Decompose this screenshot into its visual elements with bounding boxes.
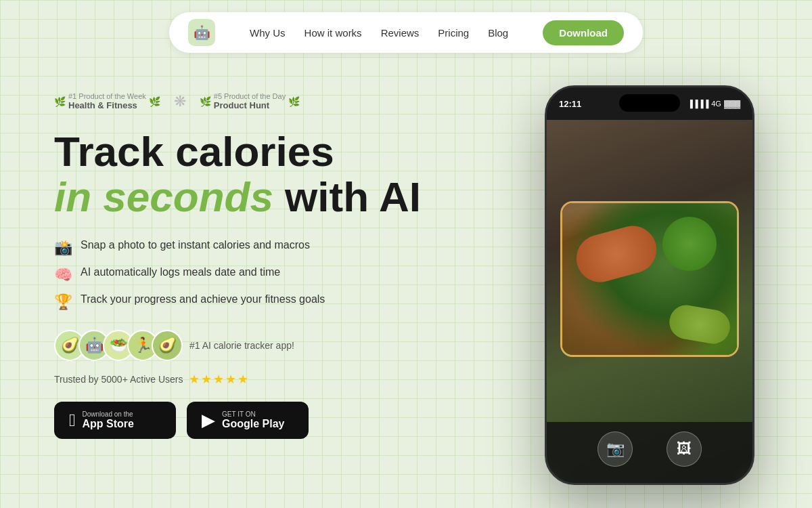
app-store-main: App Store xyxy=(83,418,134,430)
food-meat xyxy=(571,221,662,288)
feature-3: 🏆 Track your progress and achieve your f… xyxy=(54,293,501,311)
badge-separator: ❋ xyxy=(174,93,186,110)
badge-1-text: #1 Product of the Week Health & Fitness xyxy=(68,92,146,110)
nav-link-reviews[interactable]: Reviews xyxy=(381,27,420,39)
feature-1: 📸 Snap a photo to get instant calories a… xyxy=(54,239,501,257)
navbar: 🤖 Why Us How it works Reviews Pricing Bl… xyxy=(0,0,812,65)
badge-1: 🌿 #1 Product of the Week Health & Fitnes… xyxy=(54,92,160,110)
social-badge-text: #1 AI calorie tracker app! xyxy=(189,340,294,351)
feature-2-emoji: 🧠 xyxy=(54,266,72,284)
phone-mockup: 12:11 ▐▐▐▐ 4G ▓▓▓ xyxy=(545,85,754,485)
food-greens xyxy=(667,303,732,347)
phone-section: 12:11 ▐▐▐▐ 4G ▓▓▓ xyxy=(541,85,758,485)
app-store-button[interactable]:  Download on the App Store xyxy=(54,402,176,439)
logo-icon: 🤖 xyxy=(194,24,210,41)
social-proof: 🥑 🤖 🥗 🏃 🥑 #1 AI calorie tracker app! xyxy=(54,330,501,361)
phone-status-bar: 12:11 ▐▐▐▐ 4G ▓▓▓ xyxy=(547,87,752,120)
google-play-sub: GET IT ON xyxy=(222,410,284,418)
phone-scan-frame xyxy=(560,201,739,357)
avatar-5: 🥑 xyxy=(152,330,183,361)
hero-title-rest: with AI xyxy=(273,173,421,220)
google-play-main: Google Play xyxy=(222,418,284,430)
badge-1-name: Health & Fitness xyxy=(68,100,146,110)
features-list: 📸 Snap a photo to get instant calories a… xyxy=(54,239,501,311)
badge-2-text: #5 Product of the Day Product Hunt xyxy=(214,92,286,110)
nav-link-how-it-works[interactable]: How it works xyxy=(304,27,362,39)
badge-2: 🌿 #5 Product of the Day Product Hunt 🌿 xyxy=(200,92,300,110)
camera-icon: 📷 xyxy=(606,440,625,458)
feature-1-emoji: 📸 xyxy=(54,239,72,257)
phone-food-image xyxy=(562,203,737,355)
badge-1-rank: #1 Product of the Week xyxy=(68,92,146,100)
phone-screen: 12:11 ▐▐▐▐ 4G ▓▓▓ xyxy=(547,87,752,483)
signal-icon: ▐▐▐▐ xyxy=(687,100,708,108)
camera-button[interactable]: 📷 xyxy=(597,431,633,467)
store-buttons:  Download on the App Store ▶ GET IT ON … xyxy=(54,402,501,439)
feature-2-text: AI automatically logs meals date and tim… xyxy=(81,266,280,278)
feature-1-text: Snap a photo to get instant calories and… xyxy=(81,239,310,251)
logo: 🤖 xyxy=(188,19,215,46)
gallery-button[interactable]: 🖼 xyxy=(667,431,702,467)
download-button[interactable]: Download xyxy=(543,20,624,45)
trusted-text: Trusted by 5000+ Active Users xyxy=(54,374,183,385)
google-play-text: GET IT ON Google Play xyxy=(222,410,284,430)
battery-icon: ▓▓▓ xyxy=(724,100,740,108)
badge-2-rank: #5 Product of the Day xyxy=(214,92,286,100)
feature-3-emoji: 🏆 xyxy=(54,293,72,311)
app-store-text: Download on the App Store xyxy=(83,410,134,430)
google-play-button[interactable]: ▶ GET IT ON Google Play xyxy=(187,402,309,439)
laurel-right-icon: 🌿 xyxy=(149,96,160,107)
app-store-sub: Download on the xyxy=(83,410,134,418)
phone-bottom-bar: 📷 🖼 xyxy=(547,422,752,483)
laurel-left-2-icon: 🌿 xyxy=(200,96,211,107)
star-rating: ★★★★★ xyxy=(189,372,250,387)
apple-icon:  xyxy=(69,410,76,431)
nav-link-why-us[interactable]: Why Us xyxy=(250,27,286,39)
award-badges: 🌿 #1 Product of the Week Health & Fitnes… xyxy=(54,92,501,110)
hero-title-line1: Track calories xyxy=(54,128,334,175)
nav-links: Why Us How it works Reviews Pricing Blog xyxy=(240,27,518,39)
laurel-right-2-icon: 🌿 xyxy=(288,96,300,107)
hero-title: Track calories in seconds with AI xyxy=(54,129,501,220)
hero-title-green: in seconds xyxy=(54,173,273,220)
play-icon: ▶ xyxy=(202,410,215,431)
network-label: 4G xyxy=(711,100,721,108)
badge-2-name: Product Hunt xyxy=(214,100,286,110)
feature-2: 🧠 AI automatically logs meals date and t… xyxy=(54,266,501,284)
nav-link-blog[interactable]: Blog xyxy=(488,27,508,39)
nav-link-pricing[interactable]: Pricing xyxy=(438,27,469,39)
trusted-section: Trusted by 5000+ Active Users ★★★★★ xyxy=(54,372,501,387)
dynamic-island xyxy=(619,94,680,112)
laurel-left-icon: 🌿 xyxy=(54,96,66,107)
main-content: 🌿 #1 Product of the Week Health & Fitnes… xyxy=(0,65,812,485)
gallery-icon: 🖼 xyxy=(677,440,692,458)
food-broccoli xyxy=(662,217,717,271)
avatar-group: 🥑 🤖 🥗 🏃 🥑 xyxy=(54,330,183,361)
left-side: 🌿 #1 Product of the Week Health & Fitnes… xyxy=(54,85,501,439)
phone-time: 12:11 xyxy=(559,99,581,109)
nav-inner: 🤖 Why Us How it works Reviews Pricing Bl… xyxy=(169,12,643,53)
phone-status-right: ▐▐▐▐ 4G ▓▓▓ xyxy=(687,100,740,108)
feature-3-text: Track your progress and achieve your fit… xyxy=(81,293,325,305)
